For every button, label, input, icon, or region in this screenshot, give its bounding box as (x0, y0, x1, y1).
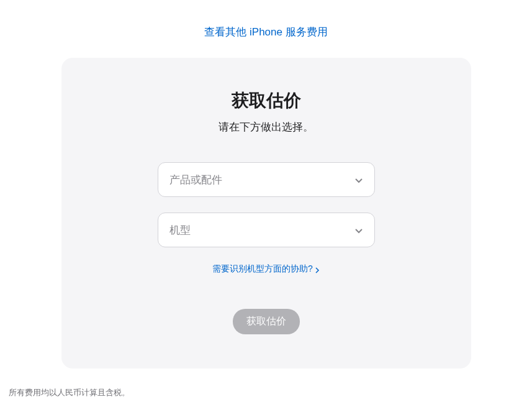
product-select-placeholder: 产品或配件 (169, 173, 222, 187)
product-select-wrapper: 产品或配件 (158, 162, 375, 197)
footnote-line-2: 截至 2023 年 2 月底, 保外电池服务的费用都将按照当前的价格收取。从 2… (9, 410, 523, 412)
model-select[interactable]: 机型 (158, 213, 375, 247)
estimate-card: 获取估价 请在下方做出选择。 产品或配件 机型 需要识别机型方面的协助? (61, 58, 471, 369)
help-link-label: 需要识别机型方面的协助? (212, 263, 313, 273)
product-select[interactable]: 产品或配件 (158, 162, 375, 197)
chevron-down-icon (354, 175, 363, 184)
chevron-right-icon (315, 266, 320, 272)
card-title: 获取估价 (86, 89, 446, 112)
chevron-down-icon (354, 226, 363, 234)
view-other-services-link[interactable]: 查看其他 iPhone 服务费用 (204, 26, 327, 38)
top-link-area: 查看其他 iPhone 服务费用 (7, 0, 525, 58)
card-subtitle: 请在下方做出选择。 (86, 120, 446, 134)
model-select-placeholder: 机型 (169, 223, 191, 237)
help-link-area: 需要识别机型方面的协助? (86, 263, 446, 275)
footnote-line-1: 所有费用均以人民币计算且含税。 (9, 386, 523, 400)
get-estimate-button[interactable]: 获取估价 (233, 309, 300, 334)
model-select-wrapper: 机型 (158, 213, 375, 247)
footnote: 所有费用均以人民币计算且含税。 截至 2023 年 2 月底, 保外电池服务的费… (7, 386, 525, 412)
identify-model-help-link[interactable]: 需要识别机型方面的协助? (212, 263, 320, 273)
